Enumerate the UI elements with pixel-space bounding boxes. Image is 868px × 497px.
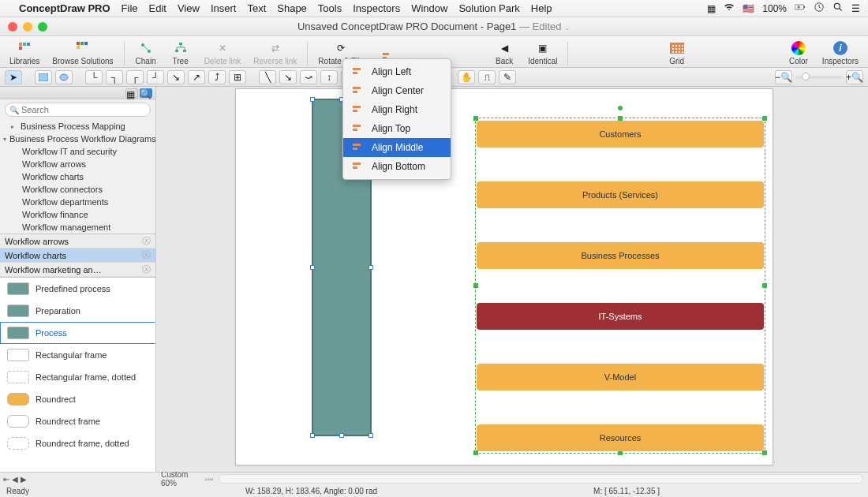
minimize-button[interactable] <box>23 22 32 32</box>
shape-item-7[interactable]: Roundrect frame, dotted <box>0 432 155 454</box>
page-prev[interactable]: ◀ <box>12 475 18 484</box>
menu-text[interactable]: Text <box>247 2 266 14</box>
canvas-box-2[interactable]: Business Processes <box>477 242 764 269</box>
menu-insert[interactable]: Insert <box>211 2 237 14</box>
conn4-tool[interactable]: ┘ <box>147 70 164 84</box>
shape-item-2[interactable]: Process <box>0 322 155 344</box>
align-align-right[interactable]: Align Right <box>343 100 451 119</box>
conn8-tool[interactable]: ⊞ <box>229 70 246 84</box>
tree-child-6[interactable]: Workflow management <box>0 221 155 234</box>
maximize-button[interactable] <box>38 22 47 32</box>
wifi-icon[interactable] <box>724 2 735 15</box>
shape-item-5[interactable]: Roundrect <box>0 388 155 410</box>
pointer-tool[interactable]: ➤ <box>5 70 22 84</box>
library-search-icon[interactable]: 🔍 <box>140 88 152 98</box>
shape-item-4[interactable]: Rectangular frame, dotted <box>0 366 155 388</box>
tray-icon[interactable]: ▦ <box>707 3 716 14</box>
stamp-tool[interactable]: ⎍ <box>478 70 496 84</box>
align-align-left[interactable]: Align Left <box>343 62 451 81</box>
canvas-box-3[interactable]: IT-Systems <box>477 303 764 330</box>
canvas-box-4[interactable]: V-Model <box>477 364 764 390</box>
tb-color[interactable]: Color <box>783 40 814 65</box>
close-icon[interactable]: ⓧ <box>142 249 151 261</box>
shape-item-1[interactable]: Preparation <box>0 300 155 322</box>
tree-child-2[interactable]: Workflow charts <box>0 170 155 183</box>
tree-child-1[interactable]: Workflow arrows <box>0 158 155 170</box>
zoom-in[interactable]: +🔍 <box>846 70 863 84</box>
tb-inspectors[interactable]: iInspectors <box>817 40 863 65</box>
conn3-tool[interactable]: ┌ <box>126 70 144 84</box>
search-input[interactable] <box>5 103 151 117</box>
dropdown-icon[interactable]: ⌄ <box>564 24 571 32</box>
page-first[interactable]: ⇤ <box>3 475 9 484</box>
tree-bpwd[interactable]: Business Process Workflow Diagrams <box>0 133 155 145</box>
menu-tools[interactable]: Tools <box>318 2 342 14</box>
conn5-tool[interactable]: ↘ <box>167 70 185 84</box>
tb-browse[interactable]: Browse Solutions <box>47 40 118 65</box>
tree-child-5[interactable]: Workflow finance <box>0 208 155 221</box>
align-align-center[interactable]: Align Center <box>343 81 451 100</box>
menu-window[interactable]: Window <box>411 2 447 14</box>
page-next[interactable]: ▶ <box>21 475 27 484</box>
selection-group[interactable] <box>475 118 765 454</box>
menu-inspectors[interactable]: Inspectors <box>353 2 400 14</box>
conn1-tool[interactable]: └ <box>85 70 103 84</box>
tb-libraries[interactable]: Libraries <box>5 40 44 65</box>
align-align-bottom[interactable]: Align Bottom <box>343 157 451 176</box>
close-icon[interactable]: ⓧ <box>142 235 151 247</box>
conn7-tool[interactable]: ⤴ <box>208 70 226 84</box>
shape-label: Preparation <box>36 306 80 316</box>
pen-tool[interactable]: ✎ <box>499 70 516 84</box>
lib-item-0[interactable]: Workflow arrowsⓧ <box>0 234 155 248</box>
app-name[interactable]: ConceptDraw PRO <box>19 2 110 14</box>
tb-grid[interactable]: Grid <box>661 40 693 65</box>
menu-edit[interactable]: Edit <box>149 2 166 14</box>
tree-bpm[interactable]: Business Process Mapping <box>0 120 155 133</box>
canvas-box-1[interactable]: Products (Services) <box>477 181 764 208</box>
shape-item-3[interactable]: Rectangular frame <box>0 344 155 366</box>
conn6-tool[interactable]: ↗ <box>188 70 205 84</box>
canvas-box-0[interactable]: Customers <box>477 121 764 148</box>
tree-child-3[interactable]: Workflow connectors <box>0 183 155 196</box>
flag-icon[interactable]: 🇺🇸 <box>743 3 754 14</box>
tb-tree[interactable]: Tree <box>165 40 196 65</box>
close-icon[interactable]: ⓧ <box>142 263 151 275</box>
tb-chain[interactable]: Chain <box>130 40 162 65</box>
menu-solution-park[interactable]: Solution Park <box>458 2 519 14</box>
tab-icon3[interactable]: ▫ <box>211 475 214 484</box>
align-align-middle[interactable]: Align Middle <box>343 138 451 157</box>
paper[interactable]: CustomersProducts (Services)Business Pro… <box>235 88 773 465</box>
lib-item-2[interactable]: Workflow marketing an…ⓧ <box>0 263 155 277</box>
menu-help[interactable]: Help <box>531 2 552 14</box>
battery-icon[interactable] <box>795 2 806 15</box>
spotlight-icon[interactable] <box>832 2 844 15</box>
hscroll[interactable] <box>219 474 863 484</box>
conn2-tool[interactable]: ┐ <box>106 70 123 84</box>
menu-view[interactable]: View <box>178 2 200 14</box>
menu-shape[interactable]: Shape <box>277 2 307 14</box>
canvas-box-5[interactable]: Resources <box>477 424 764 451</box>
zoom-out[interactable]: −🔍 <box>775 70 792 84</box>
menu-icon[interactable]: ☰ <box>851 3 860 14</box>
tree-child-0[interactable]: Workflow IT and security <box>0 145 155 158</box>
line2-tool[interactable]: ↘ <box>279 70 297 84</box>
line4-tool[interactable]: ↕ <box>320 70 338 84</box>
clock-icon[interactable] <box>814 2 825 15</box>
menu-file[interactable]: File <box>122 2 138 14</box>
tree-child-4[interactable]: Workflow departments <box>0 196 155 208</box>
canvas[interactable]: CustomersProducts (Services)Business Pro… <box>156 87 868 472</box>
library-view-icon[interactable]: ▦ <box>125 88 138 98</box>
shape-item-0[interactable]: Predefined process <box>0 278 155 300</box>
align-align-top[interactable]: Align Top <box>343 119 451 138</box>
tb-identical[interactable]: ▣Identical <box>523 40 562 65</box>
zoom-slider[interactable] <box>795 76 843 79</box>
ellipse-tool[interactable] <box>55 70 73 84</box>
shape-item-6[interactable]: Roundrect frame <box>0 410 155 432</box>
line3-tool[interactable]: ⤻ <box>300 70 317 84</box>
line1-tool[interactable]: ╲ <box>259 70 276 84</box>
rect-tool[interactable] <box>35 70 52 84</box>
hand-tool[interactable]: ✋ <box>458 70 475 84</box>
close-button[interactable] <box>8 22 17 32</box>
tb-back[interactable]: ◀Back <box>488 40 520 65</box>
lib-item-1[interactable]: Workflow chartsⓧ <box>0 248 155 263</box>
